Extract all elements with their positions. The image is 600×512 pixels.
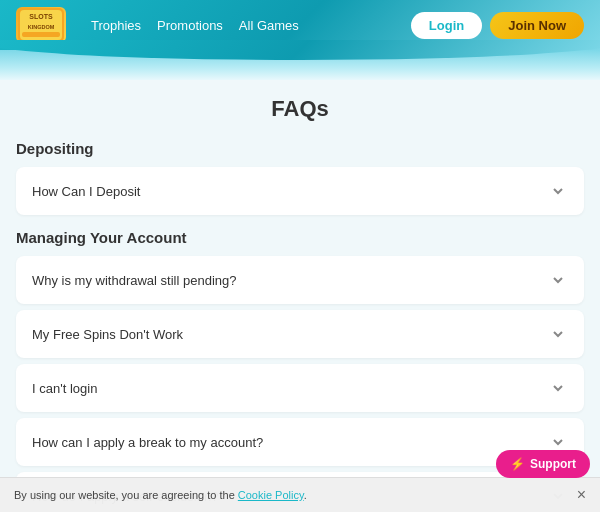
cookie-policy-link[interactable]: Cookie Policy xyxy=(238,489,304,501)
depositing-section: Depositing How Can I Deposit xyxy=(16,140,584,215)
join-button[interactable]: Join Now xyxy=(490,12,584,39)
logo[interactable]: SLOTS KINGDOM xyxy=(16,6,71,44)
faq-item-free-spins[interactable]: My Free Spins Don't Work xyxy=(16,310,584,358)
faq-item-withdrawal[interactable]: Why is my withdrawal still pending? xyxy=(16,256,584,304)
header-buttons: Login Join Now xyxy=(411,12,584,39)
chevron-down-icon xyxy=(548,270,568,290)
chevron-down-icon xyxy=(548,378,568,398)
faq-item-deposit[interactable]: How Can I Deposit xyxy=(16,167,584,215)
faq-question-break: How can I apply a break to my account? xyxy=(32,435,263,450)
cookie-close-button[interactable]: × xyxy=(577,486,586,504)
faq-question-cant-login: I can't login xyxy=(32,381,97,396)
faq-question-deposit: How Can I Deposit xyxy=(32,184,140,199)
logo-image: SLOTS KINGDOM xyxy=(16,7,66,43)
svg-text:KINGDOM: KINGDOM xyxy=(28,24,55,30)
nav-links: Trophies Promotions All Games xyxy=(91,18,299,33)
cookie-banner: By using our website, you are agreeing t… xyxy=(0,477,600,512)
nav-trophies[interactable]: Trophies xyxy=(91,18,141,33)
cookie-text: By using our website, you are agreeing t… xyxy=(14,489,307,501)
support-icon: ⚡ xyxy=(510,457,525,471)
main-content: FAQs Depositing How Can I Deposit Managi… xyxy=(0,80,600,512)
nav-promotions[interactable]: Promotions xyxy=(157,18,223,33)
chevron-down-icon xyxy=(548,432,568,452)
login-button[interactable]: Login xyxy=(411,12,482,39)
nav-all-games[interactable]: All Games xyxy=(239,18,299,33)
faq-question-withdrawal: Why is my withdrawal still pending? xyxy=(32,273,236,288)
page-title: FAQs xyxy=(16,96,584,122)
header: SLOTS KINGDOM Trophies Promotions All Ga… xyxy=(0,0,600,50)
faq-question-free-spins: My Free Spins Don't Work xyxy=(32,327,183,342)
chevron-down-icon xyxy=(548,181,568,201)
support-label: Support xyxy=(530,457,576,471)
chevron-down-icon xyxy=(548,324,568,344)
svg-rect-4 xyxy=(22,32,60,37)
svg-text:SLOTS: SLOTS xyxy=(29,13,53,20)
faq-item-cant-login[interactable]: I can't login xyxy=(16,364,584,412)
depositing-title: Depositing xyxy=(16,140,584,157)
support-button[interactable]: ⚡ Support xyxy=(496,450,590,478)
managing-account-title: Managing Your Account xyxy=(16,229,584,246)
